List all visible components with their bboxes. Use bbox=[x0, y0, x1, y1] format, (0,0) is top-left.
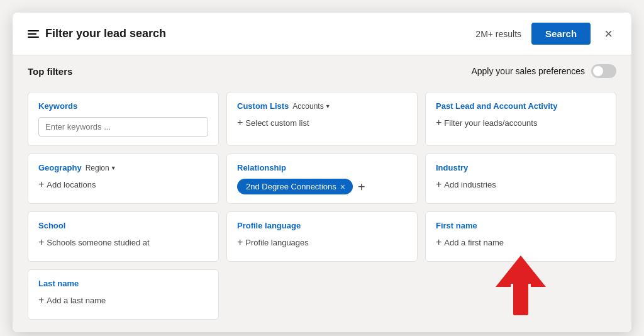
keywords-title: Keywords bbox=[38, 101, 208, 111]
geography-dropdown[interactable]: Region ▼ bbox=[86, 164, 116, 172]
relationship-tags: 2nd Degree Connections × + bbox=[237, 179, 407, 194]
plus-icon: + bbox=[436, 237, 441, 248]
top-filters-label: Top filters bbox=[28, 66, 72, 77]
custom-lists-card: Custom Lists Accounts ▼ + Select custom … bbox=[226, 92, 418, 146]
custom-lists-title: Custom Lists Accounts ▼ bbox=[237, 101, 407, 111]
search-button[interactable]: Search bbox=[531, 23, 591, 45]
profile-language-card: Profile language + Profile languages bbox=[226, 211, 418, 262]
apply-prefs-label: Apply your sales preferences bbox=[471, 66, 585, 76]
dropdown-caret-icon: ▼ bbox=[325, 103, 331, 109]
plus-icon: + bbox=[436, 179, 441, 190]
header-right: 2M+ results Search × bbox=[475, 23, 616, 45]
relationship-tag[interactable]: 2nd Degree Connections × bbox=[237, 179, 353, 194]
tag-close-icon[interactable]: × bbox=[340, 182, 345, 191]
geography-action[interactable]: + Add locations bbox=[38, 179, 208, 190]
apply-prefs-toggle[interactable] bbox=[591, 64, 616, 78]
school-card: School + Schools someone studied at bbox=[28, 211, 219, 262]
school-title: School bbox=[38, 221, 208, 230]
past-lead-title: Past Lead and Account Activity bbox=[436, 101, 606, 111]
empty-cell-2 bbox=[425, 269, 616, 320]
modal-title: Filter your lead search bbox=[45, 27, 166, 40]
first-name-action[interactable]: + Add a first name bbox=[436, 237, 606, 248]
keywords-input[interactable] bbox=[38, 117, 208, 137]
plus-icon: + bbox=[237, 117, 243, 128]
first-name-card: First name + Add a first name bbox=[425, 211, 616, 262]
filter-lines-icon[interactable] bbox=[28, 30, 39, 38]
profile-language-title: Profile language bbox=[237, 221, 407, 230]
school-action[interactable]: + Schools someone studied at bbox=[38, 237, 208, 248]
apply-prefs-row: Apply your sales preferences bbox=[471, 64, 616, 78]
filter-modal: Filter your lead search 2M+ results Sear… bbox=[13, 13, 631, 332]
plus-icon: + bbox=[38, 294, 44, 306]
plus-icon: + bbox=[237, 237, 243, 248]
industry-card: Industry + Add industries bbox=[425, 154, 616, 204]
last-name-action[interactable]: + Add a last name bbox=[38, 294, 208, 306]
last-name-card: Last name + Add a last name bbox=[28, 269, 219, 320]
empty-cell-1 bbox=[226, 269, 418, 320]
geography-card: Geography Region ▼ + Add locations bbox=[28, 154, 219, 204]
dropdown-caret-icon: ▼ bbox=[111, 165, 116, 171]
custom-lists-dropdown[interactable]: Accounts ▼ bbox=[292, 102, 330, 111]
past-lead-action[interactable]: + Filter your leads/accounts bbox=[436, 117, 606, 128]
results-count: 2M+ results bbox=[475, 29, 521, 39]
first-name-title: First name bbox=[436, 221, 606, 230]
plus-icon: + bbox=[38, 179, 44, 190]
profile-language-action[interactable]: + Profile languages bbox=[237, 237, 407, 248]
past-lead-card: Past Lead and Account Activity + Filter … bbox=[425, 92, 616, 146]
keywords-card: Keywords bbox=[28, 92, 219, 146]
relationship-title: Relationship bbox=[237, 163, 407, 172]
last-name-title: Last name bbox=[38, 279, 208, 288]
industry-title: Industry bbox=[436, 163, 606, 172]
tag-add-icon[interactable]: + bbox=[358, 181, 365, 193]
modal-header: Filter your lead search 2M+ results Sear… bbox=[13, 13, 631, 55]
close-button[interactable]: × bbox=[601, 26, 616, 42]
filter-grid: Keywords Custom Lists Accounts ▼ + Selec… bbox=[28, 92, 616, 320]
modal-body: Keywords Custom Lists Accounts ▼ + Selec… bbox=[13, 84, 631, 332]
plus-icon: + bbox=[38, 237, 44, 248]
relationship-card: Relationship 2nd Degree Connections × + bbox=[226, 154, 418, 204]
geography-title: Geography Region ▼ bbox=[38, 163, 208, 172]
custom-lists-action[interactable]: + Select custom list bbox=[237, 117, 407, 128]
modal-subheader: Top filters Apply your sales preferences bbox=[13, 55, 631, 84]
industry-action[interactable]: + Add industries bbox=[436, 179, 606, 190]
plus-icon: + bbox=[436, 117, 441, 128]
header-left: Filter your lead search bbox=[28, 27, 166, 40]
